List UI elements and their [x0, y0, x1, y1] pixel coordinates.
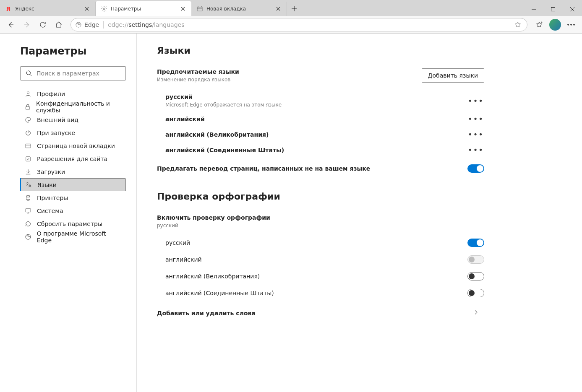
divider	[103, 21, 104, 29]
nav-appearance[interactable]: Внешний вид	[20, 113, 126, 126]
language-row: английский •••	[157, 111, 484, 127]
nav-label: Разрешения для сайта	[37, 156, 107, 162]
nav-printers[interactable]: Принтеры	[20, 191, 126, 204]
minimize-button[interactable]	[524, 3, 543, 16]
edge-icon	[24, 234, 32, 240]
address-bar[interactable]: Edge edge://settings/languages	[70, 18, 527, 31]
preferred-languages-header: Предпочитаемые языки Изменение порядка я…	[157, 68, 484, 83]
nav-about[interactable]: О программе Microsoft Edge	[20, 230, 126, 243]
new-tab-button[interactable]	[287, 2, 301, 16]
gear-icon	[101, 5, 107, 12]
sidebar: Параметры Профили Конфиденциальность и с…	[0, 34, 137, 392]
nav-reset[interactable]: Сбросить параметры	[20, 217, 126, 230]
back-button[interactable]	[3, 17, 18, 32]
lock-icon	[24, 104, 31, 110]
sidebar-title: Параметры	[20, 45, 126, 57]
tab-newtab[interactable]: Новая вкладка	[191, 2, 287, 16]
close-window-button[interactable]	[563, 3, 582, 16]
titlebar: Я Яндекс Параметры Новая вкладка	[0, 0, 582, 16]
person-icon	[24, 91, 32, 97]
close-icon[interactable]	[84, 5, 90, 12]
spell-toggle[interactable]	[467, 289, 484, 297]
spell-toggle[interactable]	[467, 239, 484, 247]
svg-rect-9	[26, 106, 29, 109]
edge-icon	[75, 21, 82, 28]
printer-icon	[24, 195, 32, 201]
window-controls	[524, 3, 582, 16]
tab-settings[interactable]: Параметры	[96, 1, 191, 16]
nav-permissions[interactable]: Разрешения для сайта	[20, 152, 126, 165]
nav-newtab[interactable]: Страница новой вкладки	[20, 139, 126, 152]
refresh-button[interactable]	[35, 17, 50, 32]
layout-icon	[24, 143, 32, 149]
spell-toggle[interactable]	[467, 272, 484, 280]
more-button[interactable]	[564, 17, 579, 32]
language-name: русский	[165, 93, 282, 100]
nav-startup[interactable]: При запуске	[20, 126, 126, 139]
nav-label: Загрузки	[37, 169, 65, 175]
heading-spellcheck: Проверка орфографии	[157, 191, 484, 202]
nav-languages[interactable]: Языки	[20, 178, 126, 191]
language-name: английский (Великобритания)	[165, 131, 269, 138]
spell-toggle	[467, 255, 484, 264]
site-identity: Edge	[75, 21, 99, 28]
settings-search[interactable]	[20, 66, 126, 80]
power-icon	[24, 130, 32, 136]
spell-row: английский	[157, 251, 484, 268]
spell-row: английский (Великобритания)	[157, 268, 484, 285]
more-icon[interactable]: •••	[467, 130, 484, 139]
svg-point-8	[27, 91, 29, 93]
nav-system[interactable]: Система	[20, 204, 126, 217]
nav-downloads[interactable]: Загрузки	[20, 165, 126, 178]
favorites-button[interactable]	[532, 17, 547, 32]
more-icon[interactable]: •••	[467, 145, 484, 154]
forward-button[interactable]	[19, 17, 34, 32]
svg-rect-10	[26, 144, 31, 148]
nav-label: Профили	[37, 91, 65, 97]
close-icon[interactable]	[275, 5, 282, 12]
spell-row: русский	[157, 234, 484, 251]
tab-yandex[interactable]: Я Яндекс	[0, 2, 96, 16]
avatar	[549, 19, 561, 31]
spell-list: русский английский английский (Великобри…	[157, 234, 484, 301]
spell-title: Включить проверку орфографии	[157, 214, 484, 221]
nav-label: Страница новой вкладки	[37, 143, 115, 149]
content: Параметры Профили Конфиденциальность и с…	[0, 34, 582, 392]
tabs: Я Яндекс Параметры Новая вкладка	[0, 0, 301, 16]
translate-toggle[interactable]	[467, 164, 484, 173]
nav-label: Система	[37, 208, 63, 214]
spell-label: английский (Великобритания)	[165, 273, 260, 280]
close-icon[interactable]	[180, 5, 186, 12]
svg-point-4	[568, 24, 569, 25]
monitor-icon	[24, 208, 32, 214]
translate-toggle-row: Предлагать перевод страниц, написанных н…	[157, 158, 484, 179]
palette-icon	[24, 117, 32, 123]
spell-label: английский	[165, 256, 202, 263]
chevron-right-icon	[467, 309, 484, 317]
dictionary-link[interactable]: Добавить или удалить слова	[157, 301, 484, 325]
favorite-icon[interactable]	[513, 21, 523, 29]
shield-icon	[24, 156, 32, 162]
spell-desc: русский	[157, 223, 484, 228]
pref-desc: Изменение порядка языков	[157, 77, 239, 83]
home-button[interactable]	[51, 17, 66, 32]
profile-button[interactable]	[548, 17, 563, 32]
svg-rect-1	[197, 7, 202, 11]
nav-label: Принтеры	[37, 195, 68, 201]
pref-title: Предпочитаемые языки	[157, 68, 239, 75]
spell-label: английский (Соединенные Штаты)	[165, 290, 274, 296]
tab-label: Яндекс	[15, 6, 80, 12]
add-languages-button[interactable]: Добавить языки	[422, 68, 484, 83]
reset-icon	[24, 221, 32, 227]
maximize-button[interactable]	[543, 3, 563, 16]
nav-profiles[interactable]: Профили	[20, 87, 126, 100]
nav-privacy[interactable]: Конфиденциальность и службы	[20, 100, 126, 113]
more-icon[interactable]: •••	[467, 114, 484, 123]
search-input[interactable]	[37, 70, 120, 77]
yandex-icon: Я	[5, 5, 12, 12]
language-row: русский Microsoft Edge отображается на э…	[157, 90, 484, 111]
more-icon[interactable]: •••	[467, 96, 484, 105]
svg-rect-11	[26, 156, 31, 161]
spellcheck-header: Включить проверку орфографии русский	[157, 214, 484, 228]
download-icon	[24, 169, 32, 175]
